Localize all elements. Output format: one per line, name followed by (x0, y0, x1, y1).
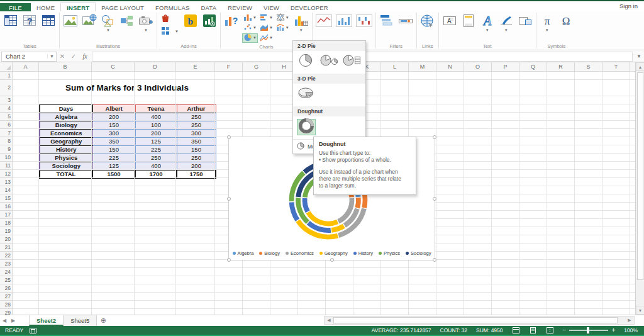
mini-col-chart-button[interactable]: ▼ (242, 13, 258, 23)
name-box-dropdown-icon[interactable]: ▼ (47, 54, 56, 59)
new-sheet-icon[interactable]: ⊕ (97, 315, 109, 326)
scroll-right-icon[interactable]: ▶ (625, 316, 634, 324)
pivottable-button[interactable] (1, 12, 20, 43)
pivotchart-button[interactable]: ▼ (292, 12, 311, 43)
pieofpie-menu-option[interactable] (319, 53, 338, 70)
row-header-16[interactable]: 16 (0, 203, 13, 211)
header-footer-button[interactable] (459, 12, 478, 43)
row-header-9[interactable]: 9 (0, 145, 13, 154)
row-header-5[interactable]: 5 (0, 113, 13, 121)
column-header-F[interactable]: F (215, 62, 243, 72)
column-header-B[interactable]: B (39, 62, 92, 72)
row-header-4[interactable]: 4 (0, 104, 13, 113)
horizontal-scroll-thumb[interactable] (333, 317, 618, 323)
scroll-up-icon[interactable]: ▲ (636, 62, 644, 71)
select-all-corner[interactable] (0, 62, 13, 72)
zoom-out-icon[interactable]: − (563, 327, 567, 333)
row-header-18[interactable]: 18 (0, 219, 13, 227)
cancel-icon[interactable]: ✕ (57, 53, 68, 60)
row-header-27[interactable]: 27 (0, 293, 13, 301)
zoom-in-icon[interactable]: + (611, 327, 615, 333)
screenshot-button[interactable]: ▼ (136, 12, 155, 43)
row-header-23[interactable]: 23 (0, 260, 13, 268)
column-header-O[interactable]: O (464, 62, 492, 72)
insert-function-icon[interactable]: fx (79, 53, 91, 60)
row-header-13[interactable]: 13 (0, 178, 13, 186)
shapes-button[interactable]: ▼ (99, 12, 118, 43)
text-box-button[interactable]: A (440, 12, 459, 43)
smartart-button[interactable] (118, 12, 136, 43)
page-break-view-icon[interactable] (546, 327, 554, 334)
sheet-nav-right-icon[interactable]: ▶ (9, 315, 18, 326)
row-header-2[interactable]: 2 (0, 80, 13, 96)
hyperlink-button[interactable] (418, 12, 437, 43)
column-header-A[interactable]: A (13, 62, 39, 72)
row-header-12[interactable]: 12 (0, 170, 13, 178)
mini-scatter-chart-button[interactable]: ▼ (242, 23, 258, 33)
selection-handle[interactable] (227, 197, 231, 201)
column-header-U[interactable]: U (630, 62, 635, 72)
row-header-25[interactable]: 25 (0, 276, 13, 284)
sheet-tab-sheet5[interactable]: Sheet5 (64, 315, 97, 326)
enter-icon[interactable]: ✓ (68, 53, 79, 60)
row-header-24[interactable]: 24 (0, 268, 13, 276)
column-header-R[interactable]: R (547, 62, 575, 72)
column-button[interactable] (334, 12, 354, 43)
name-box[interactable]: Chart 2 ▼ (1, 52, 57, 62)
mini-radar-chart-button[interactable]: ▼ (275, 13, 291, 23)
symbol-button[interactable]: Ω (557, 12, 575, 43)
column-header-Q[interactable]: Q (519, 62, 547, 72)
mini-combo-chart-button[interactable]: ▼ (275, 23, 291, 33)
pie2d-menu-option[interactable] (297, 53, 316, 70)
column-header-L[interactable]: L (381, 62, 409, 72)
selection-handle[interactable] (433, 258, 436, 262)
horizontal-scrollbar[interactable]: ◀ ▶ (324, 316, 635, 325)
column-header-T[interactable]: T (602, 62, 630, 72)
mini-pie-chart-button[interactable]: ▼ (242, 33, 258, 43)
sign-in-link[interactable]: Sign in (619, 3, 638, 9)
scroll-down-icon[interactable]: ▼ (636, 306, 644, 315)
row-header-29[interactable]: 29 (0, 309, 13, 315)
macro-record-icon[interactable] (30, 328, 36, 333)
column-header-E[interactable]: E (176, 62, 215, 72)
mini-line-chart-button[interactable]: ▼ (258, 33, 274, 43)
pictures-button[interactable] (61, 12, 80, 43)
barofpie-menu-option[interactable] (342, 53, 361, 70)
vertical-scrollbar[interactable]: ▲ ▼ (635, 62, 644, 315)
column-header-D[interactable]: D (135, 62, 176, 72)
bing-maps-button[interactable]: b (181, 12, 200, 43)
selection-handle[interactable] (433, 197, 436, 201)
row-header-22[interactable]: 22 (0, 252, 13, 260)
people-graph-button[interactable] (200, 12, 219, 43)
row-header-17[interactable]: 17 (0, 211, 13, 219)
row-header-15[interactable]: 15 (0, 194, 13, 203)
zoom-slider[interactable]: − + (563, 327, 616, 333)
scroll-left-icon[interactable]: ◀ (325, 316, 333, 324)
column-header-S[interactable]: S (575, 62, 602, 72)
doughnut-menu-option[interactable] (297, 119, 316, 135)
normal-view-icon[interactable] (512, 327, 520, 334)
row-header-26[interactable]: 26 (0, 284, 13, 293)
pie3d-menu-option[interactable] (297, 86, 316, 103)
object-button[interactable] (516, 12, 535, 43)
marks-table[interactable]: DaysAlbertTeenaArthurAlgebra200400250Bio… (39, 104, 216, 179)
online-pictures-button[interactable] (80, 12, 99, 43)
selection-handle[interactable] (227, 135, 231, 139)
recommended-pivottables-button[interactable]: ? (20, 12, 39, 43)
column-header-G[interactable]: G (243, 62, 270, 72)
signature-line-button[interactable]: ▼ (497, 12, 516, 43)
my-apps-button[interactable]: ▼ (161, 26, 179, 36)
row-header-6[interactable]: 6 (0, 121, 13, 129)
table-button[interactable] (39, 12, 58, 43)
slicer-button[interactable] (377, 12, 396, 43)
column-header-M[interactable]: M (409, 62, 436, 72)
recommended-charts-button[interactable]: ? (222, 12, 241, 43)
sheet-nav-left-icon[interactable]: ◀ (0, 315, 9, 326)
row-header-20[interactable]: 20 (0, 235, 13, 244)
win-loss-button[interactable] (354, 12, 374, 43)
row-header-14[interactable]: 14 (0, 186, 13, 194)
expand-formula-bar-icon[interactable]: ▼ (634, 53, 644, 59)
column-header-P[interactable]: P (492, 62, 519, 72)
sheet-tab-sheet2[interactable]: Sheet2 (29, 315, 64, 326)
row-header-3[interactable]: 3 (0, 96, 13, 104)
